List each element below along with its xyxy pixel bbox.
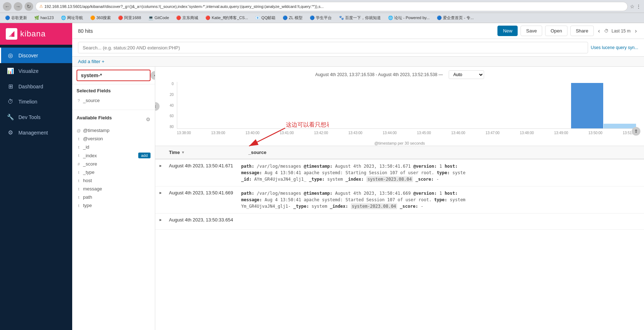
address-bar[interactable]: ⚠ 192.168.198.13:5601/app/kibana#/discov… <box>35 2 628 11</box>
field-type[interactable]: t _type <box>77 168 151 176</box>
sidebar-item-dashboard[interactable]: ⊞ Dashboard <box>0 79 72 94</box>
fields-header: Available Fields ⚙ <box>77 115 151 123</box>
chart-toggle-button[interactable]: ‹ <box>155 102 160 111</box>
y-label-60: 60 <box>162 114 174 118</box>
bookmark-gitcode[interactable]: 💻 GitCode <box>146 15 171 21</box>
expand-3[interactable]: ► <box>159 214 166 229</box>
sidebar-item-devtools[interactable]: 🔧 Dev Tools <box>0 109 72 125</box>
collapse-left-panel[interactable]: ‹ <box>151 71 155 80</box>
fields-settings-icon[interactable]: ⚙ <box>146 116 151 122</box>
add-filter-button[interactable]: Add a filter + <box>78 59 104 64</box>
bookmark-star[interactable]: ☆ <box>630 4 635 9</box>
sidebar-item-label-visualize: Visualize <box>18 68 39 74</box>
divider-fields <box>72 110 155 110</box>
x-label-11: 13:49:00 <box>554 131 568 135</box>
timelion-icon: ⏱ <box>7 98 14 105</box>
field-timestamp[interactable]: @ @timestamp <box>77 126 151 135</box>
table-row-2[interactable]: ► August 4th 2023, 13:50:41.669 path: /v… <box>155 186 644 213</box>
source-line-1-3: _id: AYm_GR4UjvaJN4_glj1_ _type: system … <box>241 176 638 182</box>
filter-bar: Add a filter + <box>72 57 644 67</box>
content-area: system-* ‹ Selected Fields ? _source <box>72 67 644 330</box>
y-label-0: 0 <box>162 82 174 86</box>
field-message[interactable]: t message <box>77 185 151 193</box>
sidebar-item-visualize[interactable]: 📊 Visualize <box>0 63 72 79</box>
field-path[interactable]: t path <box>77 193 151 201</box>
table-row-wrapper-1: ► August 4th 2023, 13:50:41.671 path: /v… <box>155 159 644 186</box>
bookmark-google-update[interactable]: 🔵 谷歌更新 <box>3 14 29 21</box>
field-name-host: host <box>83 178 151 183</box>
management-icon: ⚙ <box>7 129 14 136</box>
time-range-text: August 4th 2023, 13:37:16.538 - August 4… <box>315 72 443 77</box>
field-id[interactable]: t _id <box>77 143 151 151</box>
bookmark-360[interactable]: 🟠 360搜索 <box>88 14 113 21</box>
back-button[interactable]: ← <box>3 2 12 11</box>
bookmark-nav[interactable]: 🌐 网址导航 <box>59 14 85 21</box>
bookmark-model[interactable]: 🔵 ZL 模型 <box>280 14 305 21</box>
open-button[interactable]: Open <box>545 26 567 36</box>
main-content: 80 hits New Save Open Share ‹ ⏱ Last 15 … <box>72 23 644 330</box>
field-type-type: t <box>77 170 81 175</box>
field-source[interactable]: ? _source <box>77 96 151 105</box>
table-row-1[interactable]: ► August 4th 2023, 13:50:41.671 path: /v… <box>155 159 644 186</box>
new-button[interactable]: New <box>497 26 518 36</box>
field-name-type2: type <box>83 203 151 208</box>
field-name-id: _id <box>83 144 151 150</box>
bookmark-jd[interactable]: 🔴 京东商城 <box>174 14 200 21</box>
chart-collapse-button[interactable]: ⇧ <box>632 127 640 136</box>
field-type-icon-source: ? <box>77 98 81 103</box>
field-index[interactable]: t _index add <box>77 151 151 160</box>
expand-icon-3[interactable]: ► <box>159 218 162 222</box>
bookmark-forum[interactable]: 🌐 论坛 - Powered by... <box>386 14 432 21</box>
sidebar-item-label-management: Management <box>18 130 48 136</box>
bookmark-aiqicha[interactable]: 🔵 爱企查首页 - 专... <box>435 14 476 21</box>
bookmark-hao123[interactable]: 🌿 hao123 <box>32 15 56 21</box>
expand-icon-1[interactable]: ► <box>159 164 162 168</box>
visualize-icon: 📊 <box>7 67 14 74</box>
bookmark-katie[interactable]: 🔴 Katie_ff的博客_CS... <box>203 14 250 21</box>
expand-icon-2[interactable]: ► <box>159 191 162 195</box>
index-pattern-name: system-* <box>81 72 102 78</box>
time-nav-left[interactable]: ‹ <box>597 28 601 34</box>
field-type-path: t <box>77 195 81 199</box>
sidebar-item-label-devtools: Dev Tools <box>18 114 40 120</box>
share-button[interactable]: Share <box>570 26 594 36</box>
forward-button[interactable]: → <box>14 2 22 11</box>
bookmark-student[interactable]: 🔵 学生平台 <box>308 14 334 21</box>
table-row-3[interactable]: ► August 4th 2023, 13:50:33.654 <box>155 214 644 229</box>
bars-container <box>177 82 637 128</box>
save-button[interactable]: Save <box>521 26 542 36</box>
sidebar-item-management[interactable]: ⚙ Management <box>0 125 72 140</box>
expand-2[interactable]: ► <box>159 186 166 213</box>
source-line-1-1: path: /var/log/messages @timestamp: Augu… <box>241 163 638 170</box>
y-label-80: 80 <box>162 125 174 129</box>
field-host[interactable]: t host <box>77 176 151 185</box>
field-version[interactable]: t @version <box>77 135 151 143</box>
field-name-type: _type <box>83 170 151 175</box>
x-label-0: 13:38:00 <box>177 131 191 135</box>
field-score[interactable]: # _score <box>77 160 151 168</box>
time-nav-right[interactable]: › <box>634 28 638 34</box>
source-line-2-2: message: Aug 4 13:50:41 apache systemd: … <box>241 197 638 203</box>
field-name-score: _score <box>83 161 151 167</box>
index-pattern-box[interactable]: system-* <box>77 70 151 81</box>
bookmark-baidu[interactable]: 🐾 百度一下，你就知道 <box>337 14 383 21</box>
field-name-timestamp: @timestamp <box>83 128 151 133</box>
expand-1[interactable]: ► <box>159 159 166 186</box>
reload-button[interactable]: ↻ <box>25 2 33 11</box>
bookmark-1688[interactable]: 🔴 阿里1688 <box>116 14 143 21</box>
field-type-field[interactable]: t type <box>77 201 151 210</box>
field-type-message: t <box>77 187 81 191</box>
sidebar-item-label-discover: Discover <box>18 53 38 58</box>
sidebar-item-timelion[interactable]: ⏱ Timelion <box>0 94 72 109</box>
x-label-9: 13:47:00 <box>486 131 500 135</box>
interval-select[interactable]: Auto Millisecond Second Minute Hour Day <box>449 70 484 79</box>
field-name-path: path <box>83 194 151 200</box>
lucene-link[interactable]: Uses lucene query syn... <box>591 45 638 50</box>
sidebar-item-discover[interactable]: ◎ Discover <box>0 48 72 63</box>
bookmark-qq[interactable]: 📧 QQ邮箱 <box>253 14 278 21</box>
add-index-button[interactable]: add <box>138 153 151 158</box>
app-container: kibana ◎ Discover 📊 Visualize ⊞ Dashboar… <box>0 23 644 330</box>
browser-menu[interactable]: ⋮ <box>636 4 641 9</box>
search-input[interactable] <box>78 42 588 53</box>
bookmarks-bar: 🔵 谷歌更新 🌿 hao123 🌐 网址导航 🟠 360搜索 🔴 阿里1688 … <box>0 13 644 23</box>
